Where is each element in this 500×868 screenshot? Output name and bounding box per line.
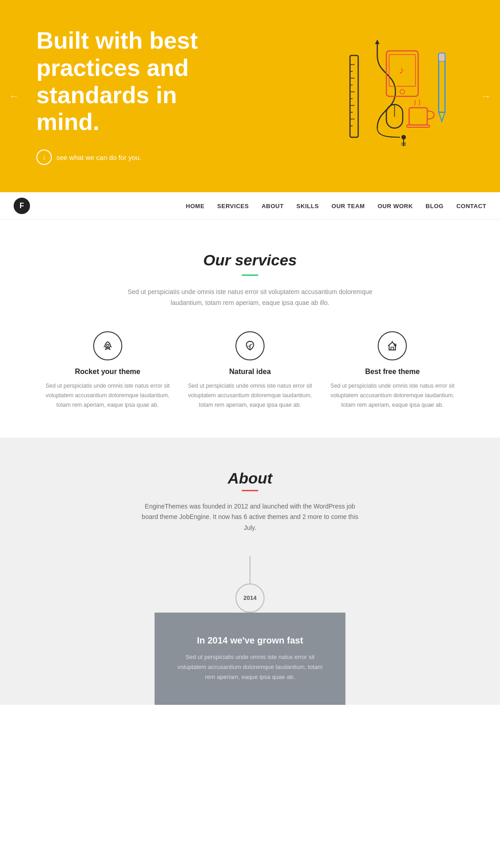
service-item-rocket: Rocket your theme Sed ut perspiciatis un…: [45, 331, 170, 410]
hero-cta-text: see what we can do for you.: [56, 154, 141, 161]
svg-rect-32: [391, 347, 394, 350]
nav-item-home[interactable]: HOME: [186, 202, 205, 210]
nav-item-services[interactable]: SERVICES: [217, 202, 249, 210]
nav-item-contact[interactable]: CONTACT: [456, 202, 486, 210]
service-name-natural: Natural idea: [188, 368, 312, 376]
service-desc-free-theme: Sed ut perspiciatis unde omnis iste natu…: [330, 381, 455, 410]
about-section: About EngineThemes was founded in 2012 a…: [0, 438, 500, 705]
hero-content: Built with best practices and standards …: [36, 27, 464, 165]
services-section: Our services Sed ut perspiciatis unde om…: [0, 219, 500, 437]
service-desc-natural: Sed ut perspiciatis unde omnis iste natu…: [188, 381, 312, 410]
service-name-rocket: Rocket your theme: [45, 368, 170, 376]
services-title: Our services: [27, 251, 473, 269]
nav-item-about[interactable]: ABOUT: [261, 202, 284, 210]
navbar: F HOME SERVICES ABOUT SKILLS OUR TEAM OU…: [0, 192, 500, 219]
service-desc-rocket: Sed ut perspiciatis unde omnis iste natu…: [45, 381, 170, 410]
service-name-free-theme: Best free theme: [330, 368, 455, 376]
services-subtitle: Sed ut perspiciatis unde omnis iste natu…: [123, 287, 377, 309]
about-desc: EngineThemes was founded in 2012 and lau…: [141, 501, 359, 534]
about-title-underline: [242, 490, 258, 491]
service-icon-home: [378, 331, 407, 360]
nav-item-blog[interactable]: BLOG: [425, 202, 444, 210]
hero-cta[interactable]: ↓ see what we can do for you.: [36, 150, 464, 165]
service-icon-rocket: [93, 331, 122, 360]
svg-point-28: [106, 344, 109, 346]
timeline-card-title: In 2014 we've grown fast: [173, 635, 327, 646]
hero-nav-left[interactable]: ←: [9, 90, 19, 102]
timeline-card-desc: Sed ut perspiciatis unde omnis iste natu…: [173, 652, 327, 682]
services-grid: Rocket your theme Sed ut perspiciatis un…: [45, 331, 455, 410]
timeline: 2014 In 2014 we've grown fast Sed ut per…: [27, 556, 473, 705]
timeline-year-badge: 2014: [235, 584, 265, 613]
hero-section: ← Built with best practices and standard…: [0, 0, 500, 192]
nav-item-our-work[interactable]: OUR WORK: [378, 202, 413, 210]
hero-title: Built with best practices and standards …: [36, 27, 241, 136]
service-item-free-theme: Best free theme Sed ut perspiciatis unde…: [330, 331, 455, 410]
service-item-natural: Natural idea Sed ut perspiciatis unde om…: [188, 331, 312, 410]
navbar-nav: HOME SERVICES ABOUT SKILLS OUR TEAM OUR …: [186, 202, 486, 210]
timeline-card: In 2014 we've grown fast Sed ut perspici…: [155, 613, 345, 705]
timeline-line-top: [250, 556, 250, 584]
about-title: About: [27, 469, 473, 487]
navbar-logo[interactable]: F: [14, 198, 30, 214]
hero-nav-right[interactable]: →: [481, 90, 491, 102]
hero-cta-icon: ↓: [36, 150, 52, 165]
services-title-underline: [242, 274, 258, 276]
nav-item-skills[interactable]: SKILLS: [296, 202, 319, 210]
svg-line-29: [104, 346, 105, 347]
service-icon-leaf: [235, 331, 265, 360]
svg-line-30: [110, 346, 112, 347]
nav-item-our-team[interactable]: OUR TEAM: [331, 202, 365, 210]
